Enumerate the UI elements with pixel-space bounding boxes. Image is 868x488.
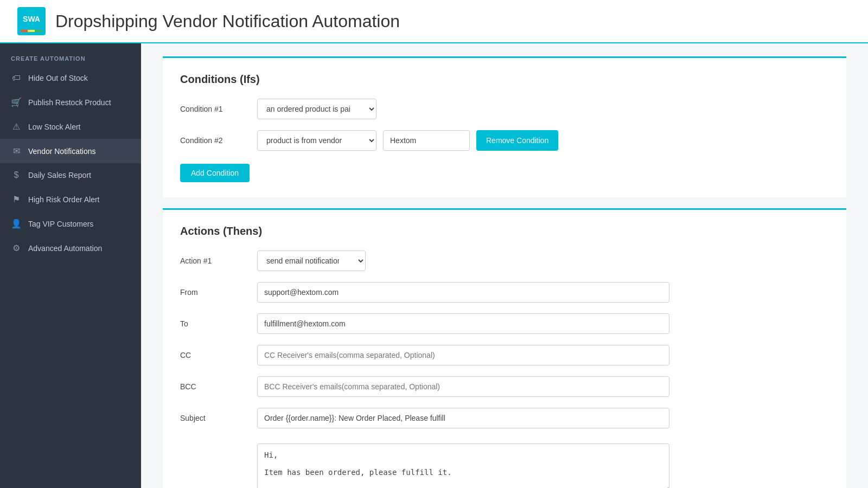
bcc-row: BCC [180, 376, 829, 397]
logo-bar [21, 30, 42, 32]
vendor-input[interactable] [383, 130, 470, 151]
bcc-label: BCC [180, 382, 251, 391]
sidebar-item-daily-sales-report[interactable]: $ Daily Sales Report [0, 163, 141, 187]
from-input[interactable] [257, 282, 669, 303]
from-row: From [180, 282, 829, 303]
cc-row: CC [180, 345, 829, 365]
to-label: To [180, 319, 251, 328]
app-layout: CREATE AUTOMATION 🏷 Hide Out of Stock 🛒 … [0, 43, 868, 488]
sidebar-item-label: Advanced Automation [28, 244, 102, 253]
gear-icon: ⚙ [11, 243, 22, 253]
sidebar-item-label: Hide Out of Stock [28, 74, 88, 82]
cc-label: CC [180, 351, 251, 359]
condition-1-row: Condition #1 an ordered product is paid … [180, 99, 829, 119]
warning-icon: ⚠ [11, 121, 22, 132]
remove-condition-button[interactable]: Remove Condition [476, 130, 558, 151]
sidebar-item-high-risk-order-alert[interactable]: ⚑ High Risk Order Alert [0, 187, 141, 211]
actions-section: Actions (Thens) Action #1 send email not… [163, 208, 846, 488]
sidebar-item-publish-restock[interactable]: 🛒 Publish Restock Product [0, 90, 141, 114]
conditions-section: Conditions (Ifs) Condition #1 an ordered… [163, 56, 846, 197]
header: SWA Dropshipping Vendor Notification Aut… [0, 0, 868, 43]
to-input[interactable] [257, 313, 669, 334]
subject-label: Subject [180, 414, 251, 422]
sidebar-item-hide-out-of-stock[interactable]: 🏷 Hide Out of Stock [0, 66, 141, 90]
subject-row: Subject [180, 408, 829, 428]
subject-input[interactable] [257, 408, 669, 428]
main-content: Conditions (Ifs) Condition #1 an ordered… [141, 43, 868, 488]
cc-input[interactable] [257, 345, 669, 365]
sidebar-item-low-stock-alert[interactable]: ⚠ Low Stock Alert [0, 114, 141, 139]
page-title: Dropshipping Vendor Notification Automat… [55, 11, 400, 31]
action-1-select[interactable]: send email notification send SMS notific… [257, 251, 366, 271]
logo-text: SWA [23, 15, 40, 23]
sidebar-item-advanced-automation[interactable]: ⚙ Advanced Automation [0, 236, 141, 260]
from-label: From [180, 288, 251, 297]
action-1-row: Action #1 send email notification send S… [180, 251, 829, 271]
sidebar-item-vendor-notifications[interactable]: ✉ Vendor Notifications [0, 139, 141, 163]
condition-2-row: Condition #2 product is from vendor prod… [180, 130, 829, 151]
sidebar: CREATE AUTOMATION 🏷 Hide Out of Stock 🛒 … [0, 43, 141, 488]
cart-icon: 🛒 [11, 97, 22, 107]
sidebar-section-label: CREATE AUTOMATION [0, 48, 141, 66]
body-label [180, 439, 251, 445]
sidebar-item-label: Low Stock Alert [28, 123, 81, 131]
condition-2-select[interactable]: product is from vendor product tag conta… [257, 130, 376, 151]
tag-icon: 🏷 [11, 73, 22, 83]
sidebar-item-label: Publish Restock Product [28, 98, 111, 107]
app-logo: SWA [17, 7, 46, 35]
dollar-icon: $ [11, 170, 22, 180]
conditions-title: Conditions (Ifs) [180, 73, 829, 86]
sidebar-item-label: High Risk Order Alert [28, 195, 99, 204]
sidebar-item-label: Tag VIP Customers [28, 220, 93, 228]
user-icon: 👤 [11, 219, 22, 229]
add-condition-button[interactable]: Add Condition [180, 164, 250, 182]
condition-1-label: Condition #1 [180, 105, 251, 113]
flag-icon: ⚑ [11, 194, 22, 204]
action-1-label: Action #1 [180, 256, 251, 265]
to-row: To [180, 313, 829, 334]
sidebar-item-label: Daily Sales Report [28, 171, 91, 179]
actions-title: Actions (Thens) [180, 225, 829, 237]
body-row [180, 439, 829, 488]
condition-2-label: Condition #2 [180, 136, 251, 145]
bcc-input[interactable] [257, 376, 669, 397]
condition-1-select[interactable]: an ordered product is paid an ordered pr… [257, 99, 376, 119]
sidebar-item-tag-vip-customers[interactable]: 👤 Tag VIP Customers [0, 211, 141, 236]
sidebar-item-label: Vendor Notifications [28, 147, 96, 156]
body-textarea[interactable] [257, 444, 669, 488]
mail-icon: ✉ [11, 146, 22, 156]
